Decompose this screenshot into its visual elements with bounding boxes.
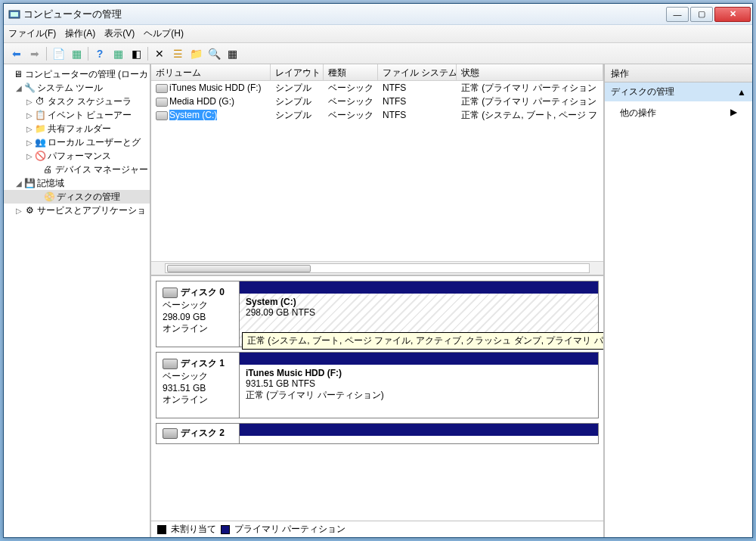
legend-swatch-primary [221, 525, 230, 534]
disk-info: ディスク 0ベーシック298.09 GBオンライン [156, 281, 240, 347]
volume-row[interactable]: iTunes Music HDD (F:)シンプルベーシックNTFS正常 (プラ… [151, 81, 603, 95]
app-icon [8, 8, 20, 20]
col-type[interactable]: 種類 [324, 64, 378, 80]
show-hide-tree-button[interactable]: ▦ [68, 45, 85, 62]
disk-graphical-view: ディスク 0ベーシック298.09 GBオンラインSystem (C:)298.… [151, 276, 603, 521]
partition-header [240, 353, 598, 365]
disk-row[interactable]: ディスク 1ベーシック931.51 GBオンラインiTunes Music HD… [156, 352, 599, 418]
titlebar[interactable]: コンピューターの管理 [4, 4, 752, 25]
menu-help[interactable]: ヘルプ(H) [144, 27, 184, 40]
menubar: ファイル(F) 操作(A) 表示(V) ヘルプ(H) [4, 25, 752, 43]
help-icon[interactable]: ? [91, 45, 108, 62]
drive-icon [156, 111, 168, 120]
extra-icon[interactable]: ▦ [224, 45, 240, 62]
disk-icon [163, 428, 178, 439]
chevron-right-icon: ▶ [730, 107, 737, 120]
actions-other[interactable]: 他の操作 ▶ [605, 102, 752, 124]
scroll-thumb[interactable] [167, 265, 311, 272]
tree-diskmgmt[interactable]: 📀ディスクの管理 [4, 190, 150, 204]
disk-icon [163, 359, 178, 369]
collapse-icon[interactable]: ▲ [737, 87, 746, 98]
actions-header: 操作 [605, 64, 752, 82]
tree-root[interactable]: 🖥コンピューターの管理 (ローカ [4, 67, 150, 81]
tree-storage[interactable]: ◢💾記憶域 [4, 176, 150, 190]
legend: 未割り当て プライマリ パーティション [151, 521, 603, 537]
maximize-button[interactable] [690, 7, 713, 22]
volume-list: ボリューム レイアウト 種類 ファイル システム 状態 iTunes Music… [151, 64, 603, 276]
legend-primary: プライマリ パーティション [234, 523, 345, 536]
tree-event[interactable]: ▷📋イベント ビューアー [4, 108, 150, 122]
folder-icon[interactable]: 📁 [187, 45, 204, 62]
separator [88, 47, 88, 61]
col-fs[interactable]: ファイル システム [378, 64, 457, 80]
disk-icon [163, 288, 178, 298]
actions-selected[interactable]: ディスクの管理 ▲ [605, 82, 752, 102]
tree-perf[interactable]: ▷🚫パフォーマンス [4, 149, 150, 163]
menu-view[interactable]: 表示(V) [104, 27, 135, 40]
tree-shared[interactable]: ▷📁共有フォルダー [4, 122, 150, 135]
tree-users[interactable]: ▷👥ローカル ユーザーとグ [4, 135, 150, 149]
disk-info: ディスク 1ベーシック931.51 GBオンライン [156, 353, 240, 418]
col-layout[interactable]: レイアウト [271, 64, 324, 80]
back-button[interactable]: ⬅ [8, 45, 25, 62]
disk-partitions: iTunes Music HDD (F:)931.51 GB NTFS正常 (プ… [240, 353, 598, 418]
volume-rows: iTunes Music HDD (F:)シンプルベーシックNTFS正常 (プラ… [151, 81, 603, 261]
volume-row[interactable]: System (C:)シンプルベーシックNTFS正常 (システム, ブート, ペ… [151, 108, 603, 122]
volume-row[interactable]: Media HDD (G:)シンプルベーシックNTFS正常 (プライマリ パーテ… [151, 95, 603, 108]
col-status[interactable]: 状態 [457, 64, 603, 80]
menu-action[interactable]: 操作(A) [65, 27, 95, 40]
svg-rect-1 [11, 12, 18, 17]
col-volume[interactable]: ボリューム [151, 64, 271, 80]
nav-tree[interactable]: 🖥コンピューターの管理 (ローカ ◢🔧システム ツール ▷⏱タスク スケジューラ… [4, 64, 151, 537]
close-button[interactable] [714, 7, 751, 22]
menu-file[interactable]: ファイル(F) [8, 27, 56, 40]
separator [46, 47, 47, 61]
separator [147, 47, 148, 61]
drive-icon [156, 98, 168, 107]
tree-systools[interactable]: ◢🔧システム ツール [4, 81, 150, 95]
delete-icon[interactable]: ✕ [151, 45, 168, 62]
toolbar: ⬅ ➡ 📄 ▦ ? ▦ ◧ ✕ ☰ 📁 🔍 ▦ [4, 43, 752, 64]
legend-unalloc: 未割り当て [171, 523, 216, 536]
tree-task[interactable]: ▷⏱タスク スケジューラ [4, 95, 150, 108]
tree-devmgr[interactable]: 🖨デバイス マネージャー [4, 163, 150, 176]
disk-row[interactable]: ディスク 2 [156, 423, 599, 444]
legend-swatch-unalloc [157, 525, 166, 534]
action-icon[interactable]: ◧ [128, 45, 144, 62]
disk-partitions [240, 424, 598, 443]
partition-header [240, 424, 598, 436]
search-icon[interactable]: 🔍 [206, 45, 222, 62]
up-button[interactable]: 📄 [50, 45, 67, 62]
window-title: コンピューターの管理 [23, 8, 666, 21]
forward-button[interactable]: ➡ [26, 45, 43, 62]
actions-pane: 操作 ディスクの管理 ▲ 他の操作 ▶ [605, 64, 752, 537]
body: 🖥コンピューターの管理 (ローカ ◢🔧システム ツール ▷⏱タスク スケジューラ… [4, 64, 752, 537]
center-pane: ボリューム レイアウト 種類 ファイル システム 状態 iTunes Music… [151, 64, 605, 537]
partition-header [240, 281, 598, 294]
partition[interactable]: iTunes Music HDD (F:)931.51 GB NTFS正常 (プ… [240, 365, 598, 418]
volume-header: ボリューム レイアウト 種類 ファイル システム 状態 [151, 64, 603, 81]
disk-info: ディスク 2 [156, 424, 240, 443]
minimize-button[interactable] [666, 7, 689, 22]
refresh-icon[interactable]: ▦ [110, 45, 126, 62]
app-window: コンピューターの管理 ファイル(F) 操作(A) 表示(V) ヘルプ(H) ⬅ … [3, 3, 753, 538]
h-scrollbar[interactable] [151, 261, 603, 275]
tree-services[interactable]: ▷⚙サービスとアプリケーショ [4, 204, 150, 217]
partition-tooltip: 正常 (システム, ブート, ページ ファイル, アクティブ, クラッシュ ダン… [242, 332, 603, 350]
drive-icon [156, 84, 168, 93]
properties-icon[interactable]: ☰ [169, 45, 186, 62]
